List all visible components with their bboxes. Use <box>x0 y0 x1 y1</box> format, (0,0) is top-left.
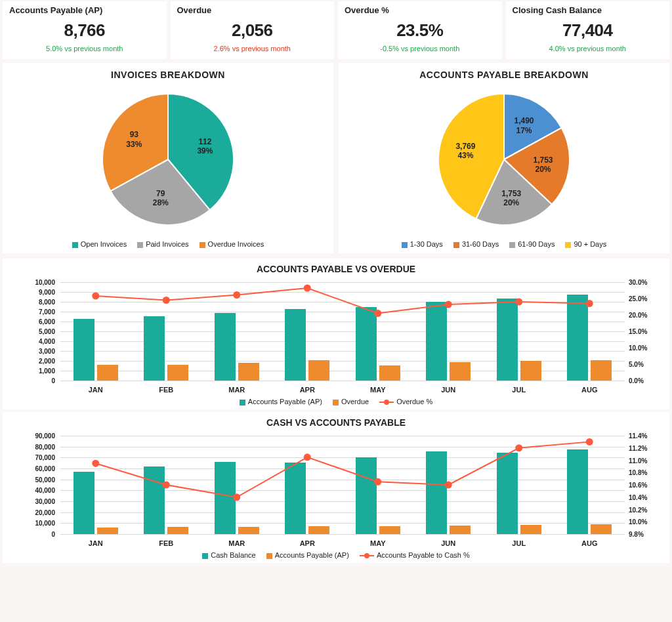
x-tick: FEB <box>159 386 173 394</box>
y-tick: 80,000 <box>14 443 55 450</box>
legend-cash-vs-ap: Cash BalanceAccounts Payable (AP)Account… <box>5 551 667 559</box>
legend-item: Accounts Payable to Cash % <box>360 551 470 559</box>
chart-title: CASH VS ACCOUNTS PAYABLE <box>5 417 667 428</box>
pie-slice-label: 1,75320% <box>534 155 553 174</box>
x-tick: MAR <box>228 386 245 394</box>
y-tick: 50,000 <box>14 476 55 483</box>
kpi-card-overdue-pct: Overdue % 23.5% -0.5% vs previous month <box>338 1 502 59</box>
y2-tick: 20.0% <box>629 312 658 319</box>
legend-item: Cash Balance <box>202 551 256 559</box>
legend-ap-vs-overdue: Accounts Payable (AP)OverdueOverdue % <box>5 398 667 405</box>
kpi-value: 8,766 <box>9 20 160 41</box>
y2-tick: 5.0% <box>629 361 658 368</box>
y2-tick: 10.2% <box>629 506 658 513</box>
y-tick: 6,000 <box>14 318 55 325</box>
kpi-card-overdue: Overdue 2,056 2.6% vs previous month <box>171 1 335 59</box>
kpi-sub: 4.0% vs previous month <box>513 45 663 52</box>
y2-tick: 25.0% <box>629 295 658 302</box>
line-point <box>374 310 381 317</box>
x-tick: JUL <box>512 539 526 547</box>
y2-tick: 11.4% <box>629 432 658 440</box>
x-tick: APR <box>300 386 315 394</box>
pie-slice-label: 11239% <box>197 136 213 156</box>
kpi-card-ap: Accounts Payable (AP) 8,766 5.0% vs prev… <box>3 1 167 59</box>
x-tick: JUN <box>441 539 455 547</box>
y-tick: 90,000 <box>14 432 55 440</box>
y2-tick: 15.0% <box>629 328 658 335</box>
x-tick: MAY <box>370 539 385 547</box>
y-tick: 40,000 <box>14 487 55 494</box>
pie-slice-label: 1,75320% <box>501 189 521 208</box>
panel-ap-breakdown: ACCOUNTS PAYABLE BREAKDOWN 1,49017%1,753… <box>339 63 669 253</box>
kpi-value: 77,404 <box>513 20 663 41</box>
kpi-title: Closing Cash Balance <box>513 5 663 15</box>
line-point <box>445 301 452 308</box>
pie-slice-label: 3,76943% <box>455 142 475 161</box>
chart-title: INVOICES BREAKDOWN <box>7 70 329 80</box>
legend-item: Overdue <box>333 398 369 405</box>
legend-item: Paid Invoices <box>137 240 188 248</box>
kpi-title: Accounts Payable (AP) <box>9 5 160 15</box>
kpi-value: 23.5% <box>345 20 495 41</box>
x-tick: JUN <box>441 386 455 394</box>
y-tick: 10,000 <box>14 279 55 286</box>
x-tick: JUL <box>512 386 526 394</box>
line-point <box>586 438 593 446</box>
legend-item: Accounts Payable (AP) <box>240 398 322 405</box>
y2-tick: 10.6% <box>629 482 658 489</box>
panel-ap-vs-overdue: ACCOUNTS PAYABLE VS OVERDUE 01,0002,0003… <box>3 259 669 409</box>
kpi-title: Overdue % <box>345 5 495 15</box>
x-tick: MAY <box>370 386 385 394</box>
y-tick: 70,000 <box>14 454 55 461</box>
y-tick: 10,000 <box>14 520 55 527</box>
y2-tick: 0.0% <box>629 377 658 384</box>
line-point <box>233 291 240 299</box>
y2-tick: 10.0% <box>629 518 658 526</box>
pie-slice-label: 7928% <box>153 189 169 208</box>
line-point <box>374 478 381 486</box>
x-tick: APR <box>300 539 315 547</box>
kpi-value: 2,056 <box>177 20 328 41</box>
y2-tick: 30.0% <box>629 279 658 286</box>
y-tick: 4,000 <box>14 338 55 345</box>
kpi-row: Accounts Payable (AP) 8,766 5.0% vs prev… <box>0 0 672 60</box>
chart-title: ACCOUNTS PAYABLE BREAKDOWN <box>343 70 665 80</box>
y2-tick: 10.8% <box>629 469 658 476</box>
line-point <box>163 297 170 304</box>
panel-cash-vs-ap: CASH VS ACCOUNTS PAYABLE 010,00020,00030… <box>3 412 669 563</box>
y2-tick: 11.2% <box>629 444 658 451</box>
panel-invoices: INVOICES BREAKDOWN 11239%7928%9333% Open… <box>3 63 333 253</box>
y-tick: 30,000 <box>14 498 55 505</box>
x-tick: MAR <box>228 539 245 547</box>
y2-tick: 10.4% <box>629 493 658 501</box>
line-point <box>92 460 99 467</box>
x-tick: FEB <box>159 539 173 547</box>
line-path <box>96 442 590 497</box>
y2-tick: 10.0% <box>629 344 658 352</box>
legend-invoices: Open InvoicesPaid InvoicesOverdue Invoic… <box>7 240 329 248</box>
y-tick: 20,000 <box>14 508 55 516</box>
legend-item: Overdue Invoices <box>200 240 264 248</box>
y2-tick: 9.8% <box>629 531 658 538</box>
x-tick: AUG <box>581 539 597 547</box>
y-tick: 5,000 <box>14 328 55 335</box>
kpi-sub: 2.6% vs previous month <box>177 45 328 52</box>
y-tick: 2,000 <box>14 358 55 365</box>
line-point <box>163 482 170 489</box>
legend-item: Open Invoices <box>72 240 127 248</box>
line-point <box>304 453 311 461</box>
legend-item: Overdue % <box>379 398 432 405</box>
line-point <box>92 293 99 300</box>
legend-item: Accounts Payable (AP) <box>266 551 349 559</box>
legend-item: 61-90 Days <box>509 240 555 248</box>
x-tick: JAN <box>89 386 103 394</box>
legend-item: 31-60 Days <box>453 240 499 248</box>
y-tick: 9,000 <box>14 289 55 296</box>
y-tick: 8,000 <box>14 299 55 306</box>
line-point <box>515 444 522 451</box>
kpi-title: Overdue <box>177 5 328 15</box>
pie-slice-label: 9333% <box>126 130 142 149</box>
pie-ap-breakdown: 1,49017%1,75320%1,75320%3,76943% <box>429 84 579 235</box>
legend-ap-breakdown: 1-30 Days31-60 Days61-90 Days90 + Days <box>343 240 665 248</box>
line-point <box>586 300 593 307</box>
